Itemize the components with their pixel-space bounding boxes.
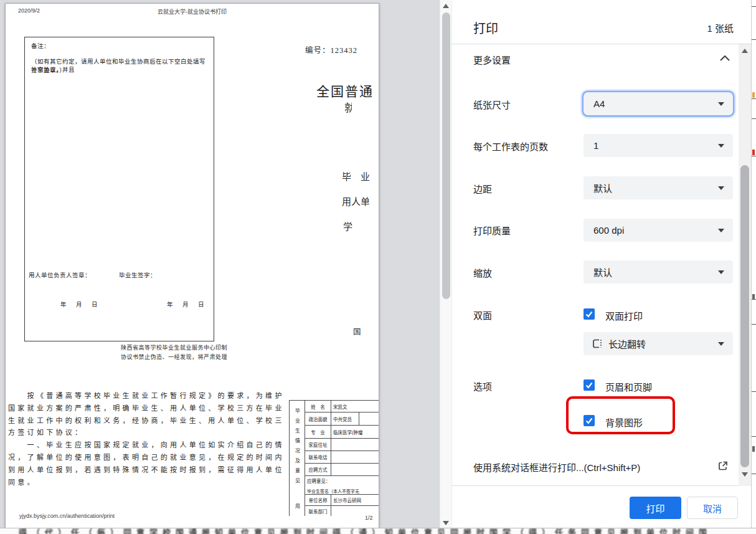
title-fragment-jiu: 就 — [344, 99, 352, 114]
print-quality-value: 600 dpi — [593, 225, 624, 236]
more-settings-label: 更多设置 — [473, 53, 511, 66]
print-dialog: 2020/9/2 云就业大学-就业协议书打印 备注： （如有其它约定，请用人单位… — [0, 0, 756, 534]
scale-value: 默认 — [593, 265, 612, 279]
background-graphics-checkbox[interactable] — [584, 415, 595, 426]
print-quality-dropdown[interactable]: 600 dpi — [584, 219, 733, 242]
table-value: 中共党员 — [331, 412, 379, 426]
table-label: 姓 名 — [305, 401, 331, 412]
clipped-glyph — [752, 446, 755, 452]
pages-per-sheet-dropdown[interactable]: 1 — [584, 134, 733, 157]
background-page-right-edge — [751, 0, 756, 534]
chevron-down-icon — [718, 144, 724, 148]
clipped-glyph — [752, 294, 755, 300]
remarks-box: 备注： （如有其它约定，请用人单位和毕业生协商后在以下空白处填写补充协议，并且 … — [24, 37, 214, 341]
footer-divider — [452, 485, 751, 486]
fragment-employer: 用人单位 — [342, 194, 369, 207]
agreement-paragraph: 按《普通高等学校毕业生就业工作暂行规定》的要求，为维护 国家就业方案的严肃性，明… — [8, 390, 290, 489]
date-blank-1: 年 月 日 — [60, 301, 100, 309]
cancel-button[interactable]: 取消 — [687, 497, 738, 519]
employer-sign-label: 用人单位负责人签章： — [29, 272, 91, 280]
chevron-down-icon — [718, 342, 724, 346]
flip-long-edge-icon — [592, 338, 603, 349]
margins-label: 边距 — [473, 182, 492, 195]
paper-size-dropdown[interactable]: A4 — [584, 92, 733, 115]
pages-per-sheet-label: 每个工作表的页数 — [473, 140, 548, 153]
fragment-country: 国 — [353, 325, 361, 337]
scroll-up-arrow-icon[interactable] — [443, 4, 449, 8]
open-in-new-icon[interactable] — [717, 460, 729, 472]
serial-number: 编号：123432 — [305, 44, 357, 55]
table-label: 联系部门 — [305, 506, 331, 516]
background-page-bottom-edge: 得（代）任（每）同意学校国通报知单位意见报到时间得（通）知单位意见同报时国学（得… — [0, 528, 756, 534]
print-settings-panel: 打印 1 张纸 更多设置 纸张尺寸 A4 每个工作表的页数 1 边距 默认 打印… — [452, 0, 751, 528]
opinion-cell: 应聘意见： 毕业生签名（本人不签字无 — [305, 476, 379, 495]
table-value — [331, 439, 379, 451]
table-value: 临床医学(肿瘤 — [331, 426, 379, 439]
table-divider — [359, 412, 359, 426]
checkmark-icon — [585, 381, 593, 389]
table-value: 长沙市云研网 — [331, 495, 379, 506]
chevron-down-icon — [718, 229, 724, 232]
remarks-note-line2: 签字盖章。） — [31, 67, 65, 75]
chevron-up-icon[interactable] — [720, 55, 730, 61]
graduate-sign-label: 毕业生签字： — [119, 272, 156, 280]
table-label: 家庭住址 — [305, 439, 331, 451]
table-vertical-header: 毕业生情况及意见 — [290, 401, 305, 495]
preview-scrollbar[interactable] — [440, 0, 452, 528]
paper-size-value: A4 — [593, 98, 605, 109]
header-divider — [452, 44, 751, 44]
options-label: 选项 — [473, 379, 492, 393]
page-indicator: 1/2 — [365, 515, 373, 521]
duplex-mode-value: 长边翻转 — [608, 337, 646, 350]
table-label: 应聘方式 — [305, 464, 331, 476]
preview-scrollbar-thumb[interactable] — [442, 12, 450, 299]
scale-dropdown[interactable]: 默认 — [584, 260, 733, 284]
remarks-label: 备注： — [31, 42, 50, 50]
table-value — [331, 464, 379, 476]
scroll-up-arrow-icon[interactable] — [742, 49, 748, 53]
duplex-checkbox[interactable] — [584, 308, 595, 320]
opinion-label: 应聘意见： — [307, 477, 331, 484]
fragment-graduate: 毕 业 — [342, 169, 370, 183]
print-quality-label: 打印质量 — [473, 224, 511, 237]
clipped-glyph — [752, 150, 755, 155]
issuer-line1: 陕西省高等学校毕业生就业服务中心印制 — [121, 343, 227, 351]
table-label: 单位名称 — [305, 495, 331, 506]
clipped-glyph — [752, 92, 755, 98]
fragment-school: 学 — [343, 219, 352, 232]
paper-size-label: 纸张尺寸 — [473, 98, 511, 111]
table-value: 宋凯文 — [331, 401, 379, 412]
scroll-down-arrow-icon[interactable] — [742, 472, 748, 477]
duplex-label: 双面 — [473, 308, 492, 322]
scale-label: 缩放 — [473, 266, 492, 279]
scroll-down-arrow-icon[interactable] — [443, 521, 449, 525]
dialog-title: 打印 — [473, 19, 498, 37]
checkmark-icon — [585, 310, 593, 318]
table-value — [331, 451, 379, 464]
headers-footers-label[interactable]: 页眉和页脚 — [605, 380, 652, 393]
background-graphics-label[interactable]: 背景图形 — [605, 416, 643, 429]
settings-scrollbar-thumb[interactable] — [740, 165, 749, 467]
chevron-down-icon — [718, 102, 724, 106]
margins-value: 默认 — [593, 181, 612, 194]
date-blank-2: 年 月 日 — [167, 301, 206, 309]
margins-dropdown[interactable]: 默认 — [584, 176, 733, 199]
duplex-mode-dropdown[interactable]: 长边翻转 — [584, 332, 733, 355]
print-footer-url: yjydx.bysjy.com.cn/authentication/print — [19, 513, 115, 519]
table-label: 政治面貌 — [305, 412, 331, 426]
print-button[interactable]: 打印 — [630, 497, 681, 519]
print-header-title: 云就业大学-就业协议书打印 — [6, 7, 379, 16]
issuer-line2: 协议书禁止伪造、一经发现，将严肃处理 — [121, 353, 227, 361]
system-dialog-link[interactable]: 使用系统对话框进行打印...(Ctrl+Shift+P) — [473, 460, 640, 474]
duplex-checkbox-label[interactable]: 双面打印 — [605, 309, 643, 322]
table-label: 专 业 — [305, 426, 331, 439]
clipped-page-text: 得（代）任（每）同意学校国通报知单位意见报到时间得（通）知单位意见同报时国学（得… — [19, 528, 712, 534]
graduate-info-table: 毕业生情况及意见 姓 名 宋凯文 政治面貌 中共党员 专 业 临床医学(肿瘤 家… — [289, 400, 379, 516]
preview-page-1: 2020/9/2 云就业大学-就业协议书打印 备注： （如有其它约定，请用人单位… — [5, 3, 379, 528]
settings-scrollbar[interactable] — [739, 44, 751, 486]
pages-per-sheet-value: 1 — [593, 140, 598, 151]
signature-note: 毕业生签名（本人不签字无 — [307, 488, 359, 494]
headers-footers-checkbox[interactable] — [584, 379, 595, 391]
chevron-down-icon — [718, 186, 724, 190]
chevron-down-icon — [718, 270, 724, 274]
